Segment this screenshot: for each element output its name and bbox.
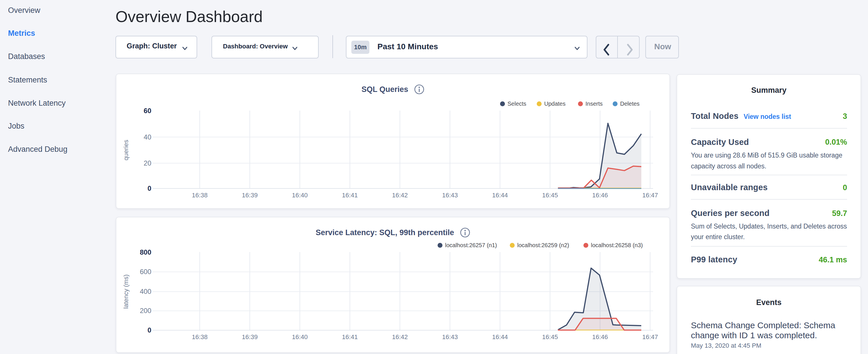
svg-text:200: 200	[140, 307, 151, 315]
svg-text:20: 20	[144, 159, 151, 167]
svg-text:16:44: 16:44	[492, 192, 508, 199]
svg-text:16:40: 16:40	[292, 192, 308, 199]
svg-text:0: 0	[148, 326, 151, 334]
svg-text:16:43: 16:43	[442, 333, 458, 341]
svg-text:16:46: 16:46	[592, 333, 608, 341]
svg-text:600: 600	[140, 268, 151, 276]
svg-text:16:41: 16:41	[342, 192, 358, 199]
svg-text:0: 0	[148, 185, 151, 192]
svg-text:16:38: 16:38	[192, 192, 208, 199]
svg-text:16:38: 16:38	[192, 333, 208, 341]
svg-text:800: 800	[140, 248, 151, 256]
svg-text:16:41: 16:41	[342, 333, 358, 341]
svg-text:40: 40	[144, 133, 151, 141]
svg-text:16:44: 16:44	[492, 333, 508, 341]
svg-text:16:47: 16:47	[642, 333, 658, 341]
svg-text:16:40: 16:40	[292, 333, 308, 341]
svg-text:16:39: 16:39	[242, 333, 258, 341]
svg-text:queries: queries	[122, 140, 129, 160]
svg-text:400: 400	[140, 288, 151, 295]
svg-text:16:45: 16:45	[542, 192, 558, 199]
svg-text:16:45: 16:45	[542, 333, 558, 341]
svg-text:60: 60	[144, 107, 151, 115]
svg-text:latency (ms): latency (ms)	[122, 275, 129, 309]
svg-text:16:47: 16:47	[642, 192, 658, 199]
svg-text:16:43: 16:43	[442, 192, 458, 199]
svg-text:16:39: 16:39	[242, 192, 258, 199]
svg-text:16:42: 16:42	[392, 333, 408, 341]
svg-text:16:46: 16:46	[592, 192, 608, 199]
svg-text:16:42: 16:42	[392, 192, 408, 199]
